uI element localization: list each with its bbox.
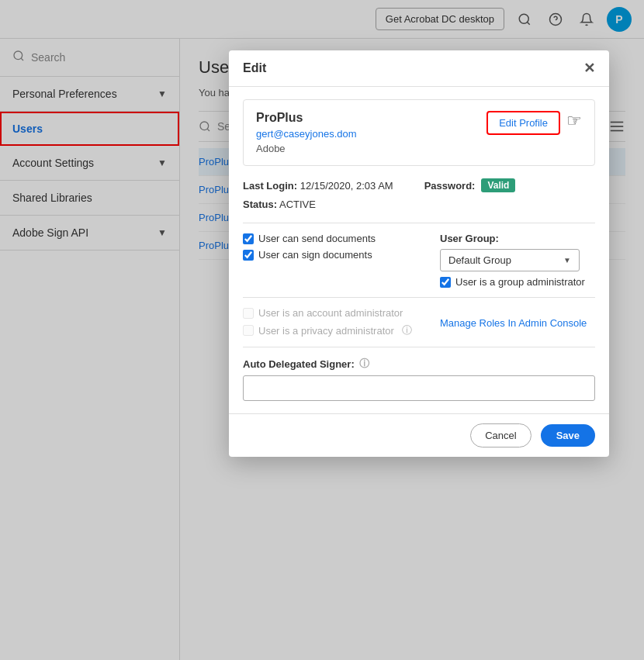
- user-group-section: User Group: Default Group ▼ User is a gr…: [440, 233, 595, 288]
- auto-delegated-section: Auto Delegated Signer: ⓘ: [243, 357, 595, 401]
- info-icon[interactable]: ⓘ: [402, 323, 412, 337]
- password-badge: Valid: [481, 178, 515, 192]
- checkbox-sign-documents[interactable]: User can sign documents: [243, 249, 428, 261]
- auto-delegated-label: Auto Delegated Signer: ⓘ: [243, 357, 595, 371]
- privacy-admin-checkbox[interactable]: [243, 325, 254, 336]
- modal-header: Edit ✕: [229, 50, 609, 87]
- last-login-value-text: 12/15/2020, 2:03 AM: [300, 180, 393, 192]
- edit-modal: Edit ✕ ProPlus gert@caseyjones.dom Adobe…: [229, 50, 609, 457]
- account-admin-checkbox[interactable]: [243, 308, 254, 319]
- profile-email[interactable]: gert@caseyjones.dom: [256, 128, 357, 140]
- checkbox-privacy-admin[interactable]: User is a privacy administrator ⓘ: [243, 323, 428, 337]
- auto-delegated-input[interactable]: [243, 375, 595, 401]
- divider: [243, 347, 595, 347]
- user-group-value: Default Group: [448, 254, 511, 266]
- group-admin-checkbox-input[interactable]: [440, 277, 451, 288]
- account-admin-label: User is an account administrator: [258, 307, 403, 319]
- checkbox-group: User can send documents User can sign do…: [243, 233, 428, 261]
- status-row: Status: ACTIVE: [243, 199, 595, 210]
- checkbox-send-documents[interactable]: User can send documents: [243, 233, 428, 244]
- help-icon[interactable]: ⓘ: [359, 357, 369, 371]
- profile-section: ProPlus gert@caseyjones.dom Adobe Edit P…: [243, 99, 595, 166]
- send-documents-label: User can send documents: [258, 233, 376, 244]
- save-button[interactable]: Save: [541, 424, 595, 447]
- profile-info: ProPlus gert@caseyjones.dom Adobe: [256, 111, 357, 154]
- divider: [243, 223, 595, 223]
- admin-section: User is an account administrator User is…: [243, 307, 595, 337]
- sign-documents-label: User can sign documents: [258, 249, 372, 261]
- user-group-label: User Group:: [440, 233, 595, 244]
- checkboxes-usergroup-section: User can send documents User can sign do…: [243, 233, 595, 288]
- cursor-pointer: ☞: [566, 111, 582, 131]
- manage-roles-link[interactable]: Manage Roles In Admin Console: [440, 317, 587, 329]
- status-value: ACTIVE: [279, 199, 316, 210]
- last-login-label: Last Login:: [243, 180, 297, 192]
- status-label: Status:: [243, 199, 277, 210]
- close-icon[interactable]: ✕: [583, 61, 595, 75]
- privacy-admin-label: User is a privacy administrator: [258, 325, 394, 337]
- checkbox-account-admin[interactable]: User is an account administrator: [243, 307, 428, 319]
- modal-footer: Cancel Save: [229, 413, 609, 457]
- modal-title: Edit: [243, 61, 266, 75]
- modal-body: ProPlus gert@caseyjones.dom Adobe Edit P…: [229, 87, 609, 413]
- profile-name: ProPlus: [256, 111, 357, 125]
- admin-checkbox-group: User is an account administrator User is…: [243, 307, 428, 337]
- edit-profile-button[interactable]: Edit Profile: [486, 111, 560, 135]
- password-label: Password:: [424, 180, 476, 192]
- send-documents-checkbox[interactable]: [243, 233, 254, 244]
- profile-company: Adobe: [256, 143, 357, 154]
- chevron-down-icon: ▼: [563, 256, 571, 264]
- divider: [243, 297, 595, 298]
- sign-documents-checkbox[interactable]: [243, 250, 254, 261]
- cancel-button[interactable]: Cancel: [470, 423, 531, 447]
- login-info-row: Last Login: 12/15/2020, 2:03 AM Password…: [243, 178, 595, 192]
- group-admin-label: User is a group administrator: [455, 276, 585, 288]
- group-admin-checkbox[interactable]: User is a group administrator: [440, 276, 595, 288]
- user-group-select[interactable]: Default Group ▼: [440, 249, 580, 271]
